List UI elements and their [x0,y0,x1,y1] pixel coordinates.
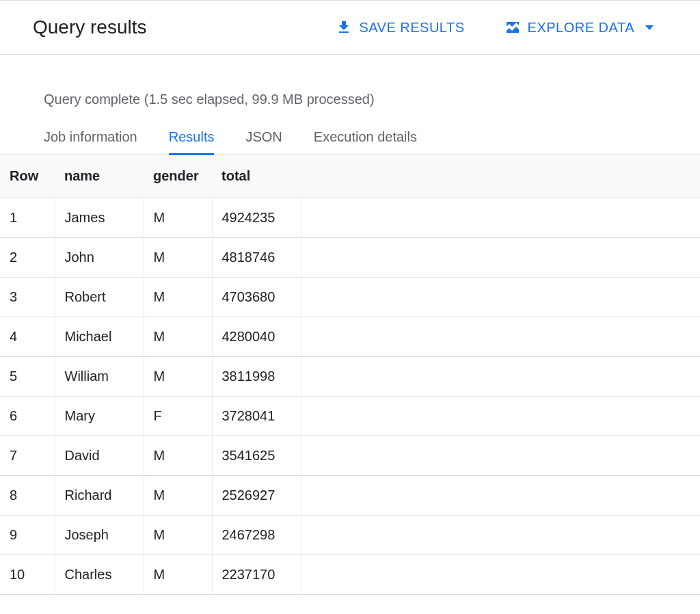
column-header-fill [301,155,700,198]
cell-gender: M [144,475,212,515]
cell-name: John [55,237,144,277]
cell-fill [301,396,700,436]
cell-row: 10 [0,555,55,594]
cell-row: 8 [0,475,55,515]
cell-fill [301,198,700,237]
cell-row: 6 [0,396,55,436]
table-row[interactable]: 2JohnM4818746 [0,237,700,277]
table-row[interactable]: 8RichardM2526927 [0,475,700,515]
cell-gender: M [144,515,212,555]
cell-fill [301,475,700,515]
table-row[interactable]: 6MaryF3728041 [0,396,700,436]
cell-row: 7 [0,436,55,475]
cell-total: 3728041 [212,396,301,436]
table-row[interactable]: 5WilliamM3811998 [0,356,700,396]
cell-row: 1 [0,198,55,237]
cell-total: 3541625 [212,436,301,475]
cell-total: 4280040 [212,317,301,356]
cell-fill [301,436,700,475]
explore-data-label: EXPLORE DATA [528,20,634,36]
tab-json[interactable]: JSON [245,121,282,155]
cell-total: 2526927 [212,475,301,515]
cell-name: Charles [55,555,144,594]
table-row[interactable]: 1JamesM4924235 [0,198,700,237]
cell-name: Michael [55,317,144,356]
cell-fill [301,356,700,396]
cell-total: 3811998 [212,356,301,396]
cell-name: Joseph [55,515,144,555]
cell-gender: M [144,436,212,475]
cell-name: Mary [55,396,144,436]
cell-gender: M [144,555,212,594]
cell-row: 2 [0,237,55,277]
column-header-row[interactable]: Row [0,155,55,198]
cell-fill [301,277,700,317]
column-header-name[interactable]: name [55,155,144,198]
cell-total: 2467298 [212,515,301,555]
results-table: Rownamegendertotal 1JamesM49242352JohnM4… [0,155,700,595]
cell-row: 4 [0,317,55,356]
column-header-total[interactable]: total [212,155,301,198]
cell-row: 9 [0,515,55,555]
cell-gender: M [144,356,212,396]
cell-fill [301,237,700,277]
cell-total: 4924235 [212,198,301,237]
cell-gender: M [144,198,212,237]
table-row[interactable]: 7DavidM3541625 [0,436,700,475]
cell-total: 2237170 [212,555,301,594]
cell-gender: F [144,396,212,436]
tabs: Job informationResultsJSONExecution deta… [0,121,700,155]
table-header-row: Rownamegendertotal [0,155,700,198]
cell-gender: M [144,317,212,356]
header-actions: SAVE RESULTS EXPLORE DATA [333,14,656,41]
content-area: Query complete (1.5 sec elapsed, 99.9 MB… [0,55,700,595]
save-results-label: SAVE RESULTS [359,20,464,36]
explore-data-button[interactable]: EXPLORE DATA [502,14,656,41]
cell-row: 3 [0,277,55,317]
cell-gender: M [144,237,212,277]
table-row[interactable]: 3RobertM4703680 [0,277,700,317]
tab-results[interactable]: Results [169,121,215,155]
status-text: Query complete (1.5 sec elapsed, 99.9 MB… [0,71,700,121]
table-row[interactable]: 10CharlesM2237170 [0,555,700,594]
cell-row: 5 [0,356,55,396]
header-bar: Query results SAVE RESULTS EXPLORE DATA [0,0,700,55]
chevron-down-icon [645,25,654,30]
table-row[interactable]: 9JosephM2467298 [0,515,700,555]
cell-name: William [55,356,144,396]
cell-fill [301,555,700,594]
cell-name: Robert [55,277,144,317]
table-row[interactable]: 4MichaelM4280040 [0,317,700,356]
column-header-gender[interactable]: gender [144,155,212,198]
page-title: Query results [33,16,306,38]
table-body: 1JamesM49242352JohnM48187463RobertM47036… [0,198,700,594]
cell-total: 4703680 [212,277,301,317]
cell-total: 4818746 [212,237,301,277]
cell-name: James [55,198,144,237]
tab-job-information[interactable]: Job information [44,121,137,155]
cell-fill [301,317,700,356]
chart-icon [504,19,521,36]
cell-name: David [55,436,144,475]
cell-name: Richard [55,475,144,515]
tab-execution-details[interactable]: Execution details [314,121,417,155]
cell-fill [301,515,700,555]
cell-gender: M [144,277,212,317]
download-icon [336,19,352,36]
save-results-button[interactable]: SAVE RESULTS [333,14,467,41]
